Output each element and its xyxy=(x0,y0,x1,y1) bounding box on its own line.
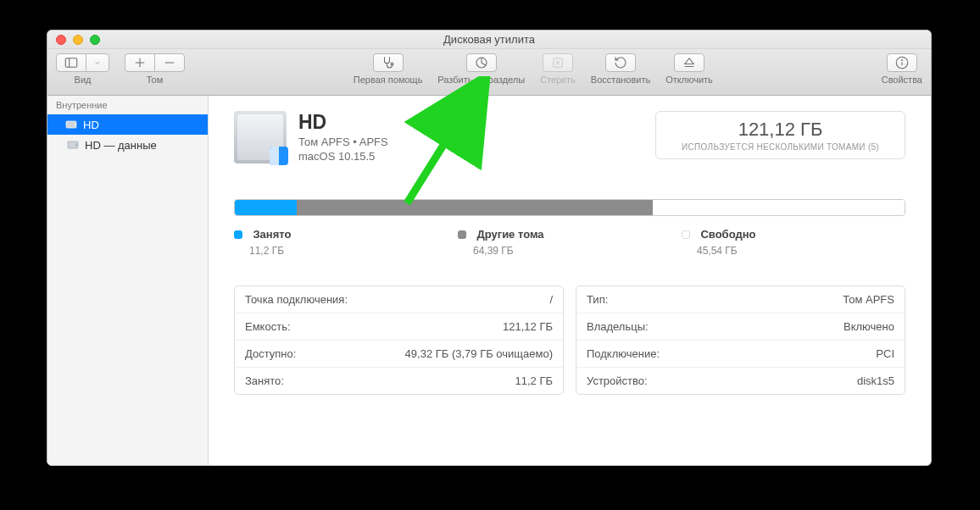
stethoscope-icon xyxy=(381,55,396,70)
erase-button xyxy=(543,53,573,72)
toolbar-label: Отключить xyxy=(665,75,713,85)
sidebar: Внутренние HD HD — данные xyxy=(47,96,209,465)
detail-value: Том APFS xyxy=(843,293,894,306)
sidebar-item-label: HD — данные xyxy=(85,139,157,152)
details-table-left: Точка подключения:/ Емкость:121,12 ГБ До… xyxy=(234,285,564,395)
legend-label: Занято xyxy=(253,228,291,241)
info-button[interactable] xyxy=(887,53,917,72)
svg-marker-10 xyxy=(685,58,694,64)
plus-icon xyxy=(132,55,148,70)
toolbar-label: Первая помощь xyxy=(354,75,423,85)
detail-key: Владельцы: xyxy=(587,320,649,333)
svg-point-16 xyxy=(74,124,75,125)
detail-value: 121,12 ГБ xyxy=(503,320,553,333)
legend-swatch-free xyxy=(682,230,690,239)
detail-value: 11,2 ГБ xyxy=(515,374,553,387)
window-title: Дисковая утилита xyxy=(47,33,931,46)
legend-value: 11,2 ГБ xyxy=(249,245,458,257)
detail-key: Емкость: xyxy=(245,320,291,333)
volume-os: macOS 10.15.5 xyxy=(298,150,388,163)
detail-value: PCI xyxy=(876,347,894,360)
toolbar-label: Том xyxy=(147,75,164,85)
pie-icon xyxy=(474,55,489,70)
sidebar-icon xyxy=(64,55,79,70)
detail-value: / xyxy=(549,293,553,306)
minus-icon xyxy=(162,55,177,70)
details-table-right: Тип:Том APFS Владельцы:Включено Подключе… xyxy=(576,285,905,395)
toolbar-label: Свойства xyxy=(882,75,922,85)
restore-button[interactable] xyxy=(605,53,636,72)
sidebar-item-hd[interactable]: HD xyxy=(47,114,208,135)
unmount-button[interactable] xyxy=(674,53,704,72)
disk-utility-window: Дисковая утилита Вид xyxy=(47,30,932,466)
content-pane: HD Том APFS • APFS macOS 10.15.5 121,12 … xyxy=(209,96,931,465)
sidebar-item-label: HD xyxy=(83,119,99,131)
legend-label: Другие тома xyxy=(476,228,543,241)
total-size: 121,12 ГБ xyxy=(682,119,879,141)
disk-icon xyxy=(64,118,78,131)
toolbar: Вид Том Первая помощь Раз xyxy=(47,49,931,96)
svg-rect-0 xyxy=(65,58,77,68)
toolbar-label: Восстановить xyxy=(591,75,650,85)
detail-key: Точка подключения: xyxy=(245,293,348,306)
info-icon xyxy=(894,55,910,70)
titlebar: Дисковая утилита xyxy=(47,30,931,49)
first-aid-button[interactable] xyxy=(373,53,404,72)
legend-value: 64,39 ГБ xyxy=(473,245,682,257)
usage-segment-free xyxy=(653,200,905,215)
legend-value: 45,54 ГБ xyxy=(697,245,905,257)
total-size-box: 121,12 ГБ ИСПОЛЬЗУЕТСЯ НЕСКОЛЬКИМИ ТОМАМ… xyxy=(655,111,905,159)
partition-button[interactable] xyxy=(466,53,497,72)
view-mode-button[interactable] xyxy=(56,53,86,72)
usage-segment-other xyxy=(297,200,653,215)
eject-icon xyxy=(682,55,697,70)
toolbar-label: Стереть xyxy=(540,75,576,85)
svg-point-14 xyxy=(901,60,902,61)
sidebar-section-header: Внутренние xyxy=(47,96,208,114)
svg-point-18 xyxy=(75,144,77,146)
erase-icon xyxy=(550,55,565,70)
chevron-down-icon xyxy=(93,55,102,70)
legend-label: Свободно xyxy=(700,228,755,241)
remove-volume-button[interactable] xyxy=(154,53,185,72)
add-volume-button[interactable] xyxy=(125,53,155,72)
view-dropdown-button[interactable] xyxy=(86,53,109,72)
volume-subtitle: Том APFS • APFS xyxy=(298,136,388,148)
detail-key: Устройство: xyxy=(587,374,648,387)
detail-key: Занято: xyxy=(245,374,284,387)
restore-icon xyxy=(613,55,628,70)
usage-segment-used xyxy=(235,200,297,215)
legend-swatch-used xyxy=(234,230,242,239)
detail-key: Доступно: xyxy=(245,347,296,360)
shared-note: ИСПОЛЬЗУЕТСЯ НЕСКОЛЬКИМИ ТОМАМИ (5) xyxy=(682,142,879,152)
volume-name: HD xyxy=(298,111,388,134)
detail-value: Включено xyxy=(844,320,894,333)
disk-icon xyxy=(66,138,80,152)
finder-badge-icon xyxy=(270,147,288,165)
detail-value: disk1s5 xyxy=(857,374,894,387)
toolbar-label: Разбить на разделы xyxy=(437,75,525,85)
sidebar-item-hd-data[interactable]: HD — данные xyxy=(47,135,208,155)
detail-key: Подключение: xyxy=(587,347,660,360)
usage-bar xyxy=(234,199,905,216)
detail-key: Тип: xyxy=(587,293,608,306)
detail-value: 49,32 ГБ (3,79 ГБ очищаемо) xyxy=(405,347,553,360)
toolbar-label: Вид xyxy=(75,75,92,85)
volume-icon xyxy=(234,111,287,164)
legend-swatch-other xyxy=(458,230,466,239)
